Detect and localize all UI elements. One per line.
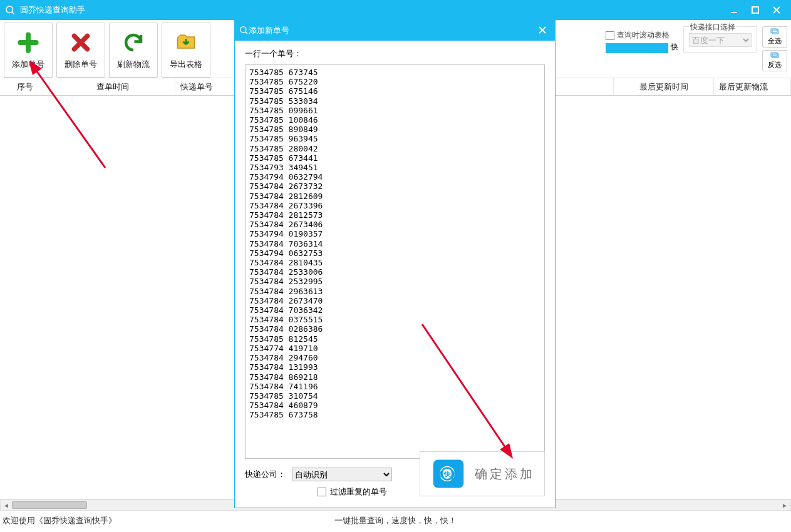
window-controls xyxy=(723,0,787,20)
delete-number-label: 删除单号 xyxy=(65,59,97,70)
scroll-thumb[interactable] xyxy=(12,501,87,509)
app-icon xyxy=(4,4,16,16)
plus-icon xyxy=(16,30,41,55)
svg-text:查快递: 查快递 xyxy=(437,471,457,478)
tracking-numbers-textarea[interactable] xyxy=(245,64,545,459)
refresh-button[interactable]: 刷新物流 xyxy=(109,23,158,78)
courier-company-select[interactable]: 自动识别 xyxy=(292,468,392,481)
svg-point-0 xyxy=(6,6,13,13)
export-label: 导出表格 xyxy=(170,59,202,70)
interface-group: 快递接口选择 百度一下 xyxy=(683,26,757,53)
courier-company-label: 快递公司： xyxy=(245,469,286,480)
filter-dup-label: 过滤重复的单号 xyxy=(330,486,387,498)
confirm-add-label: 确定添加 xyxy=(475,466,535,483)
add-number-label: 添加单号 xyxy=(12,59,44,70)
interface-select[interactable]: 百度一下 xyxy=(689,33,752,47)
right-panel: 查询时滚动表格 快 快递接口选择 百度一下 全选 反选 xyxy=(606,23,787,78)
confirm-add-button[interactable]: 查快递 确定添加 xyxy=(420,451,545,496)
statusbar: 欢迎使用《固乔快递查询快手》 一键批量查询，速度快，快，快！ xyxy=(0,511,791,531)
dialog-close-button[interactable] xyxy=(534,25,551,36)
delete-number-button[interactable]: 删除单号 xyxy=(56,23,105,78)
minimize-button[interactable] xyxy=(723,0,745,20)
col-upd[interactable]: 最后更新时间 xyxy=(614,78,714,95)
svg-line-1 xyxy=(12,12,14,14)
select-all-label: 全选 xyxy=(768,36,782,46)
close-button[interactable] xyxy=(766,0,787,20)
col-idx[interactable]: 序号 xyxy=(0,78,50,95)
interface-legend: 快递接口选择 xyxy=(689,22,737,33)
main-titlebar: 固乔快递查询助手 xyxy=(0,0,791,20)
x-icon xyxy=(68,30,93,55)
dialog-app-icon xyxy=(239,25,249,37)
col-time[interactable]: 查单时间 xyxy=(50,78,175,95)
speed-slider[interactable] xyxy=(606,43,668,53)
dialog-instruction: 一行一个单号： xyxy=(245,48,545,59)
status-center: 一键批量查询，速度快，快，快！ xyxy=(264,515,526,526)
refresh-label: 刷新物流 xyxy=(117,59,150,70)
add-number-dialog: 添加新单号 一行一个单号： 快递公司： 自动识别 过滤重复的单号 xyxy=(234,20,556,508)
status-left: 欢迎使用《固乔快递查询快手》 xyxy=(3,515,264,526)
refresh-icon xyxy=(121,30,146,55)
app-title: 固乔快递查询助手 xyxy=(20,4,723,16)
speed-label: 快 xyxy=(671,42,678,53)
add-number-button[interactable]: 添加单号 xyxy=(4,23,53,78)
scroll-on-query-label: 查询时滚动表格 xyxy=(617,30,670,41)
svg-point-10 xyxy=(240,26,246,32)
scroll-left-arrow[interactable]: ◄ xyxy=(1,500,12,510)
svg-rect-3 xyxy=(752,7,758,13)
confirm-logo-icon: 查快递 xyxy=(430,456,467,492)
invert-select-icon xyxy=(770,52,779,59)
export-button[interactable]: 导出表格 xyxy=(162,23,210,78)
dialog-titlebar: 添加新单号 xyxy=(235,21,555,41)
select-all-icon xyxy=(770,28,779,36)
maximize-button[interactable] xyxy=(745,0,766,20)
invert-select-button[interactable]: 反选 xyxy=(762,50,787,71)
scroll-on-query-checkbox[interactable]: 查询时滚动表格 xyxy=(606,30,670,41)
dialog-title: 添加新单号 xyxy=(249,25,534,36)
select-all-button[interactable]: 全选 xyxy=(762,26,787,48)
folder-export-icon xyxy=(173,30,199,55)
invert-select-label: 反选 xyxy=(768,60,782,69)
svg-rect-9 xyxy=(772,54,778,58)
svg-line-11 xyxy=(246,31,247,33)
col-last[interactable]: 最后更新物流 xyxy=(714,78,791,95)
scroll-right-arrow[interactable]: ► xyxy=(779,500,790,510)
